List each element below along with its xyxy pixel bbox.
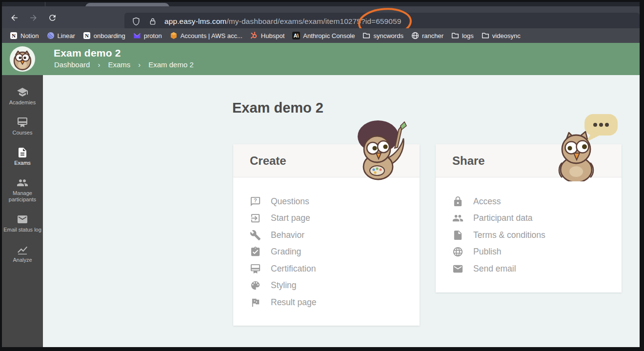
reload-icon bbox=[48, 13, 57, 22]
bookmark-item[interactable]: logs bbox=[447, 30, 478, 41]
card-row-label: Start page bbox=[271, 213, 310, 223]
proton-icon bbox=[133, 32, 141, 39]
browser-window: app.easy-lms.com/my-dashboard/exams/exam… bbox=[2, 2, 640, 347]
bookmark-label: videosync bbox=[492, 32, 521, 39]
bookmark-label: Notion bbox=[20, 32, 39, 39]
globe-outline-icon bbox=[411, 32, 419, 39]
question-bubble-icon: ? bbox=[250, 196, 261, 207]
bookmark-item[interactable]: NNotion bbox=[6, 30, 43, 41]
card-row-result-page[interactable]: Result page bbox=[250, 294, 420, 311]
mail-icon bbox=[17, 214, 28, 225]
linear-icon bbox=[47, 32, 55, 39]
folder-icon bbox=[451, 32, 459, 39]
create-card: Create ?QuestionsStart pageBehaviorGradi… bbox=[233, 144, 420, 326]
folder-icon bbox=[362, 32, 370, 39]
create-card-body: ?QuestionsStart pageBehaviorGradingCerti… bbox=[233, 177, 420, 311]
card-row-label: Behavior bbox=[271, 230, 304, 240]
card-row-label: Questions bbox=[271, 196, 309, 207]
card-row-label: Result page bbox=[271, 297, 316, 308]
card-row-styling[interactable]: Styling bbox=[250, 277, 420, 294]
svg-text:N: N bbox=[12, 33, 16, 39]
card-row-label: Styling bbox=[271, 280, 297, 291]
wrench-icon bbox=[250, 230, 261, 241]
breadcrumb-item[interactable]: Dashboard bbox=[54, 60, 90, 69]
sidebar-item-email-status-log[interactable]: Email status log bbox=[2, 208, 43, 238]
anthropic-icon: A\ bbox=[292, 32, 300, 39]
breadcrumb-separator-icon: › bbox=[138, 60, 141, 69]
document-icon bbox=[17, 147, 28, 158]
lock-icon[interactable] bbox=[148, 17, 158, 26]
breadcrumb-item: Exam demo 2 bbox=[148, 60, 194, 69]
svg-text:A\: A\ bbox=[294, 33, 299, 39]
shield-icon[interactable] bbox=[131, 17, 141, 26]
tab-strip bbox=[2, 2, 640, 6]
sidebar-item-exams[interactable]: Exams bbox=[2, 141, 43, 172]
sidebar-item-label: Manage participants bbox=[2, 190, 43, 203]
bookmark-item[interactable]: Nonboarding bbox=[79, 30, 129, 41]
bookmark-label: logs bbox=[462, 32, 474, 39]
bookmark-label: Linear bbox=[58, 32, 75, 39]
reload-button[interactable] bbox=[46, 11, 59, 24]
url-bar[interactable]: app.easy-lms.com/my-dashboard/exams/exam… bbox=[124, 13, 640, 30]
forward-button[interactable] bbox=[27, 11, 40, 24]
grading-check-icon bbox=[250, 246, 261, 257]
bookmark-label: rancher bbox=[422, 32, 443, 39]
card-row-label: Grading bbox=[271, 247, 301, 257]
share-card-title: Share bbox=[452, 154, 485, 168]
notion-icon: N bbox=[83, 32, 91, 39]
bookmarks-bar: NNotionLinearNonboardingprotonAccounts |… bbox=[2, 28, 640, 43]
bookmark-item[interactable]: syncwords bbox=[359, 30, 407, 41]
card-row-certification[interactable]: Certification bbox=[250, 260, 420, 277]
bookmark-item[interactable]: proton bbox=[129, 30, 166, 41]
app-logo-block[interactable] bbox=[2, 43, 43, 75]
sidebar-item-label: Email status log bbox=[3, 227, 41, 233]
sidebar-item-label: Academies bbox=[9, 99, 36, 106]
bookmark-item[interactable]: Accounts | AWS acc... bbox=[166, 30, 246, 41]
card-row-start-page[interactable]: Start page bbox=[250, 210, 420, 227]
bookmark-item[interactable]: Hubspot bbox=[246, 30, 288, 41]
page-icon bbox=[452, 230, 463, 241]
sidebar-item-manage-participants[interactable]: Manage participants bbox=[2, 172, 43, 208]
share-card-header: Share bbox=[436, 144, 622, 177]
aws-box-icon bbox=[170, 32, 178, 39]
page-header: Exam demo 2 Dashboard›Exams›Exam demo 2 bbox=[43, 43, 640, 75]
back-icon bbox=[10, 13, 19, 22]
card-row-label: Access bbox=[473, 196, 501, 207]
url-path: /my-dashboard/exams/exam/item10275?id=65… bbox=[226, 17, 401, 25]
card-row-label: Terms & conditions bbox=[473, 230, 545, 240]
bookmark-item[interactable]: A\Anthropic Console bbox=[288, 30, 359, 41]
bookmark-item[interactable]: rancher bbox=[407, 30, 447, 41]
card-row-terms-conditions[interactable]: Terms & conditions bbox=[452, 227, 622, 244]
school-icon bbox=[17, 86, 28, 98]
palette-icon bbox=[250, 280, 261, 291]
card-row-label: Participant data bbox=[473, 213, 533, 223]
card-row-questions[interactable]: ?Questions bbox=[250, 193, 420, 210]
bookmark-item[interactable]: Linear bbox=[43, 30, 79, 41]
hubspot-icon bbox=[250, 32, 258, 39]
sidebar-item-courses[interactable]: Courses bbox=[2, 111, 43, 141]
breadcrumb-item[interactable]: Exams bbox=[108, 60, 130, 69]
sidebar-item-academies[interactable]: Academies bbox=[2, 81, 43, 111]
mail-icon bbox=[452, 263, 463, 274]
sidebar-item-label: Courses bbox=[13, 130, 33, 136]
header-title: Exam demo 2 bbox=[54, 47, 121, 59]
back-button[interactable] bbox=[8, 11, 20, 24]
browser-navbar: app.easy-lms.com/my-dashboard/exams/exam… bbox=[2, 6, 640, 28]
login-icon bbox=[250, 213, 261, 224]
bookmark-label: Hubspot bbox=[261, 32, 284, 39]
card-row-participant-data[interactable]: Participant data bbox=[452, 210, 622, 227]
card-row-behavior[interactable]: Behavior bbox=[250, 227, 420, 244]
card-row-publish[interactable]: Publish bbox=[452, 244, 622, 261]
create-card-header: Create bbox=[233, 144, 420, 177]
tab-divider bbox=[45, 2, 45, 6]
card-row-access[interactable]: Access bbox=[452, 193, 622, 210]
card-row-send-email[interactable]: Send email bbox=[452, 260, 622, 277]
sidebar-item-analyze[interactable]: Analyze bbox=[2, 238, 43, 269]
bookmark-label: Accounts | AWS acc... bbox=[181, 32, 242, 39]
bookmark-item[interactable]: videosync bbox=[478, 30, 524, 41]
breadcrumb-separator-icon: › bbox=[98, 60, 100, 69]
bookmark-label: onboarding bbox=[94, 32, 125, 39]
card-row-grading[interactable]: Grading bbox=[250, 244, 420, 261]
people-icon bbox=[17, 177, 28, 189]
card-row-label: Send email bbox=[473, 264, 516, 274]
